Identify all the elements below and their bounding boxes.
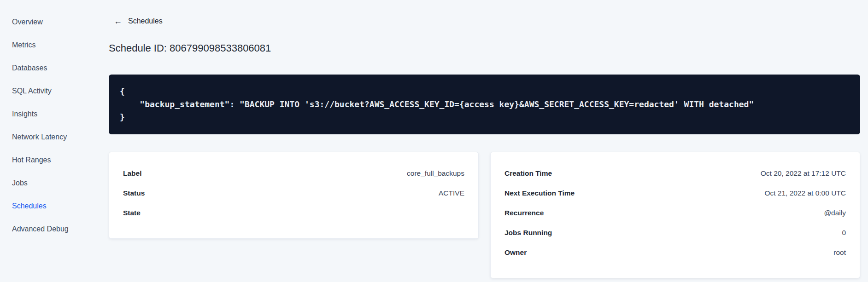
app-root: Overview Metrics Databases SQL Activity … <box>0 0 868 282</box>
table-row: State <box>123 203 464 223</box>
sidebar-item-network-latency[interactable]: Network Latency <box>0 126 109 149</box>
schedule-timing-card: Creation Time Oct 20, 2022 at 17:12 UTC … <box>490 152 860 278</box>
schedule-definition-code-block: { "backup_statement": "BACKUP INTO 's3:/… <box>109 75 860 134</box>
page-title: Schedule ID: 806799098533806081 <box>109 42 860 54</box>
row-value: core_full_backups <box>407 169 464 178</box>
sidebar-item-advanced-debug[interactable]: Advanced Debug <box>0 218 109 241</box>
sidebar-item-insights[interactable]: Insights <box>0 103 109 126</box>
back-arrow-icon: ← <box>114 17 122 25</box>
row-label: Creation Time <box>504 169 552 178</box>
table-row: Jobs Running 0 <box>504 223 846 242</box>
sidebar-item-schedules[interactable]: Schedules <box>0 195 109 218</box>
row-value: Oct 20, 2022 at 17:12 UTC <box>761 169 846 178</box>
row-label: Jobs Running <box>504 229 552 237</box>
table-row: Owner root <box>504 242 846 262</box>
row-label: State <box>123 209 141 217</box>
detail-cards-row: Label core_full_backups Status ACTIVE St… <box>109 152 860 278</box>
row-value: @daily <box>824 209 846 217</box>
table-row: Next Execution Time Oct 21, 2022 at 0:00… <box>504 183 846 203</box>
main-content: ← Schedules Schedule ID: 806799098533806… <box>109 0 868 282</box>
row-label: Label <box>123 169 141 178</box>
sidebar-item-jobs[interactable]: Jobs <box>0 172 109 195</box>
schedule-summary-card: Label core_full_backups Status ACTIVE St… <box>109 152 479 239</box>
status-badge: ACTIVE <box>439 189 464 197</box>
table-row: Label core_full_backups <box>123 163 464 183</box>
table-row: Creation Time Oct 20, 2022 at 17:12 UTC <box>504 163 846 183</box>
back-link-schedules[interactable]: ← Schedules <box>114 17 163 26</box>
row-label: Recurrence <box>504 209 544 217</box>
sidebar-item-databases[interactable]: Databases <box>0 57 109 80</box>
row-label: Next Execution Time <box>504 189 575 197</box>
sidebar-item-overview[interactable]: Overview <box>0 11 109 34</box>
table-row: Status ACTIVE <box>123 183 464 203</box>
row-value: 0 <box>842 229 846 237</box>
sidebar-item-metrics[interactable]: Metrics <box>0 34 109 57</box>
sidebar: Overview Metrics Databases SQL Activity … <box>0 0 109 282</box>
sidebar-item-hot-ranges[interactable]: Hot Ranges <box>0 149 109 172</box>
row-value: root <box>833 248 846 257</box>
row-value: Oct 21, 2022 at 0:00 UTC <box>764 189 846 197</box>
row-label: Owner <box>504 248 527 257</box>
sidebar-nav-list: Overview Metrics Databases SQL Activity … <box>0 11 109 241</box>
back-link-label: Schedules <box>128 17 163 25</box>
table-row: Recurrence @daily <box>504 203 846 223</box>
sidebar-item-sql-activity[interactable]: SQL Activity <box>0 80 109 103</box>
row-label: Status <box>123 189 145 197</box>
